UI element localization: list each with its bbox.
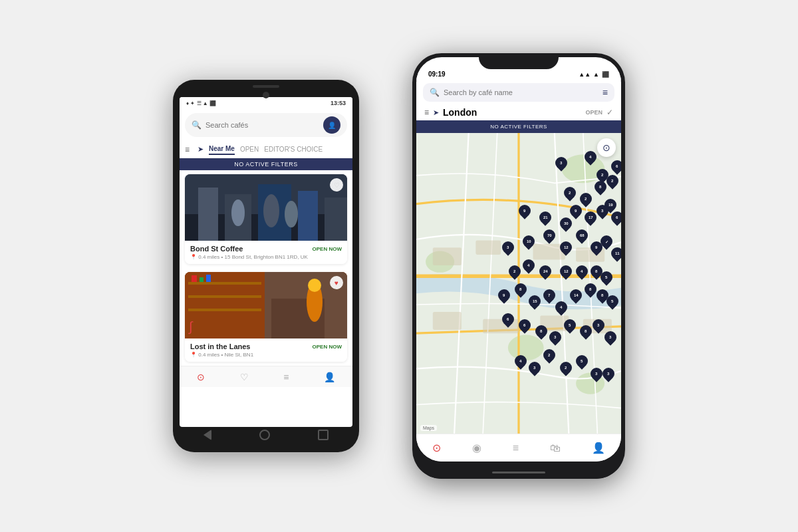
map-pin[interactable]: 68 [574, 227, 591, 243]
map-pin[interactable]: 3 [600, 365, 617, 382]
map-pin[interactable]: 9 [516, 203, 533, 219]
map-pins-container: 342622829213091731963107012689✓112424124… [416, 133, 621, 434]
iphone-nav-bar: ⊙ ◉ ≡ 🛍 👤 [416, 434, 621, 462]
map-pin[interactable]: 3 [547, 329, 563, 346]
svg-rect-16 [192, 275, 197, 282]
map-pin[interactable]: 4 [553, 299, 570, 315]
map-pin[interactable]: 14 [567, 287, 584, 303]
map-pin[interactable]: 7 [541, 287, 557, 303]
android-status-icons: ♦ ✦ ☰ ▲ ⬛ [186, 100, 216, 106]
iphone-notch [479, 53, 559, 69]
map-pin[interactable]: 12 [557, 239, 574, 255]
map-pin[interactable]: 2 [506, 263, 523, 279]
map-pin[interactable]: 21 [537, 209, 553, 225]
map-pin[interactable]: 6 [500, 311, 517, 327]
android-home-button[interactable] [259, 430, 270, 440]
map-pin[interactable]: 15 [527, 293, 543, 309]
android-phone: ♦ ✦ ☰ ▲ ⬛ 13:53 🔍 👤 ≡ ➤ Near Me OPEN EDI… [173, 80, 359, 452]
map-pin[interactable]: 30 [557, 215, 574, 231]
map-pin[interactable]: 3 [602, 329, 619, 346]
map-pin[interactable]: 8 [533, 323, 549, 340]
tab-near-me[interactable]: Near Me [209, 144, 235, 155]
svg-point-8 [263, 194, 279, 227]
location-button[interactable]: ⊙ [597, 138, 616, 157]
map-pin[interactable]: 11 [608, 245, 621, 261]
map-pin[interactable]: 8 [512, 281, 529, 297]
nav-list-icon[interactable]: ≡ [283, 372, 289, 382]
map-pin[interactable]: 4 [512, 353, 529, 370]
iphone-nav-person-icon[interactable]: 👤 [592, 442, 605, 454]
svg-rect-14 [188, 295, 261, 298]
map-pin[interactable]: 6 [608, 158, 621, 174]
avatar-icon: 👤 [328, 122, 336, 129]
iphone-search-container: 🔍 ≡ [423, 83, 614, 102]
tab-open[interactable]: OPEN [240, 144, 259, 154]
android-search-icon: 🔍 [192, 120, 201, 130]
map-pin[interactable]: 9 [567, 203, 584, 219]
cafe-illustration-2 [185, 272, 347, 338]
tab-editors-choice[interactable]: EDITOR'S CHOICE [264, 144, 323, 154]
android-avatar-button[interactable]: 👤 [323, 116, 340, 134]
map-pin[interactable]: 3 [553, 154, 570, 171]
open-status-1: OPEN NOW [313, 246, 342, 252]
iphone-nav-bag-icon[interactable]: 🛍 [550, 442, 561, 454]
map-pin[interactable]: 3 [500, 239, 517, 255]
iphone-search-input[interactable] [444, 88, 598, 96]
map-pin[interactable]: 70 [541, 227, 557, 243]
map-pin[interactable]: 5 [574, 353, 591, 370]
iphone-nav-compass-icon[interactable]: ⊙ [432, 442, 441, 454]
cafe-card-info-2: Lost in the Lanes OPEN NOW 📍 0.4 miles •… [185, 338, 347, 362]
heart-button-2[interactable]: ♥ [330, 276, 343, 289]
heart-button-1[interactable]: ♡ [330, 178, 343, 192]
iphone-check-icon[interactable]: ✓ [606, 108, 613, 117]
android-search-container: 🔍 👤 [185, 113, 347, 137]
android-search-input[interactable] [205, 121, 319, 129]
map-pin[interactable]: 3 [527, 359, 543, 376]
iphone: 09:19 ▲▲ ▲ ⬛ 🔍 ≡ ≡ ➤ London OPEN ✓ [412, 53, 625, 479]
map-container[interactable]: 342622829213091731963107012689✓112424124… [416, 133, 621, 434]
nav-person-icon[interactable]: 👤 [324, 372, 335, 382]
svg-rect-17 [200, 277, 203, 282]
card-title-row-2: Lost in the Lanes OPEN NOW [190, 342, 342, 350]
home-bar [492, 471, 545, 473]
signal-icon: ▲▲ [579, 71, 591, 78]
iphone-filter-icon[interactable]: ≡ [424, 108, 429, 117]
android-cafe-card-2[interactable]: ♥ ∫ Lost in the Lanes OPEN NOW 📍 0.4 mil… [185, 272, 347, 362]
map-pin[interactable]: 24 [537, 263, 553, 279]
open-status-2: OPEN NOW [313, 344, 342, 350]
map-pin[interactable]: 2 [578, 191, 595, 207]
nav-compass-icon[interactable]: ⊙ [197, 372, 205, 382]
map-pin[interactable]: 2 [561, 185, 578, 201]
location-dot-icon-2: 📍 [190, 352, 197, 358]
cafe-card-info-1: Bond St Coffee OPEN NOW 📍 0.4 miles • 15… [185, 241, 347, 264]
iphone-nav-bean-icon[interactable]: ◉ [472, 442, 481, 454]
iphone-location-bar: ≡ ➤ London OPEN ✓ [416, 104, 621, 120]
nav-heart-icon[interactable]: ♡ [240, 372, 249, 382]
svg-rect-2 [198, 188, 218, 241]
iphone-nav-list-icon[interactable]: ≡ [513, 442, 519, 454]
map-pin[interactable]: 12 [557, 263, 574, 279]
iphone-screen: 09:19 ▲▲ ▲ ⬛ 🔍 ≡ ≡ ➤ London OPEN ✓ [416, 57, 621, 462]
svg-point-7 [231, 200, 245, 226]
android-cafe-card-1[interactable]: Horsham Coffee Roaster [185, 174, 347, 264]
map-pin[interactable]: 10 [520, 233, 537, 249]
location-dot-icon: 📍 [190, 254, 197, 260]
map-pin[interactable]: 2 [557, 359, 574, 376]
android-back-button[interactable] [203, 430, 211, 440]
cafe-address-1: 📍 0.4 miles • 15 Bond St, Brighton BN1 1… [190, 254, 342, 260]
map-pin[interactable]: 4 [582, 148, 598, 165]
android-recents-button[interactable] [318, 430, 329, 440]
map-pin[interactable]: 4 [520, 257, 537, 273]
cafe-address-2: 📍 0.4 miles • Nile St, BN1 [190, 352, 342, 358]
brand-logo-icon: ∫ [189, 319, 192, 334]
iphone-status-icons: ▲▲ ▲ ⬛ [579, 71, 609, 78]
map-pin[interactable]: 6 [516, 317, 533, 334]
map-pin[interactable]: 9 [495, 287, 512, 303]
map-pin[interactable]: 4 [574, 263, 591, 279]
iphone-menu-icon[interactable]: ≡ [602, 87, 608, 98]
map-pin[interactable]: 2 [541, 347, 557, 364]
filter-icon[interactable]: ≡ [185, 145, 190, 154]
map-pin[interactable]: 3 [590, 317, 606, 334]
cafe-image-1: Horsham Coffee Roaster [185, 174, 347, 241]
map-pin[interactable]: 5 [561, 317, 578, 334]
